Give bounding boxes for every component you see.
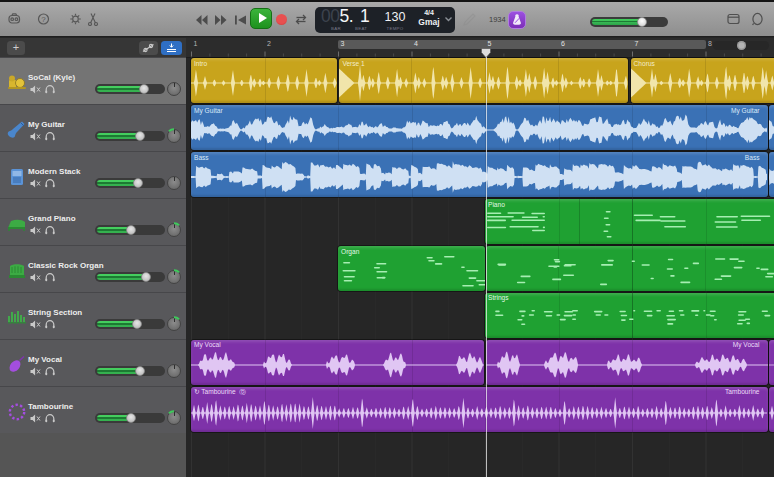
svg-text:?: ? (41, 15, 46, 24)
